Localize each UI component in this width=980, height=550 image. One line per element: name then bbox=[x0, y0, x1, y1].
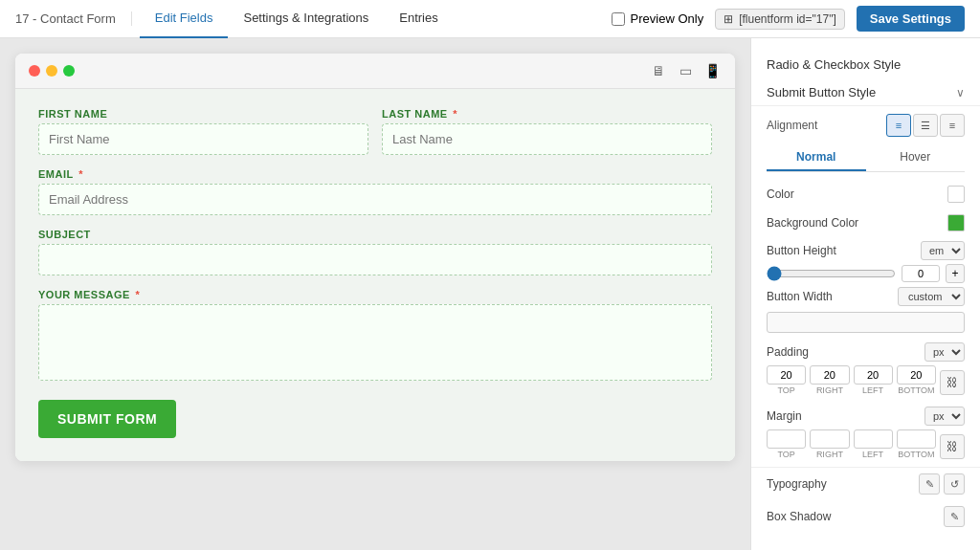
form-preview-panel: 🖥 ▭ 📱 FIRST NAME bbox=[0, 38, 750, 550]
margin-right-label: RIGHT bbox=[810, 450, 849, 459]
submit-form-button[interactable]: SUBMIT FORM bbox=[38, 400, 176, 438]
form-row-name: FIRST NAME LAST NAME * bbox=[38, 108, 712, 155]
first-name-input[interactable] bbox=[38, 123, 368, 155]
first-name-label: FIRST NAME bbox=[38, 108, 368, 120]
typography-reset-icon[interactable]: ↺ bbox=[944, 473, 965, 495]
margin-bottom-label: BOTTOM bbox=[897, 450, 936, 459]
normal-hover-tabs: Normal Hover bbox=[767, 144, 965, 172]
padding-top-label: TOP bbox=[767, 385, 806, 395]
button-height-slider[interactable] bbox=[767, 266, 896, 281]
padding-left-field: LEFT bbox=[854, 365, 893, 395]
tablet-icon[interactable]: ▭ bbox=[676, 63, 695, 78]
alignment-buttons: ≡ ☰ ≡ bbox=[886, 114, 965, 137]
margin-left-input[interactable] bbox=[854, 429, 893, 449]
padding-link-button[interactable]: ⛓ bbox=[940, 370, 965, 395]
email-required: * bbox=[76, 168, 83, 180]
color-row: Color bbox=[751, 180, 980, 209]
padding-left-input[interactable] bbox=[854, 365, 893, 385]
nav-item-entries[interactable]: Entries bbox=[384, 0, 453, 38]
window-chrome: 🖥 ▭ 📱 FIRST NAME bbox=[15, 54, 735, 461]
form-content: FIRST NAME LAST NAME * bbox=[15, 89, 735, 461]
padding-bottom-input[interactable] bbox=[897, 365, 936, 385]
button-width-label: Button Width bbox=[767, 290, 898, 303]
preview-only-checkbox[interactable] bbox=[612, 12, 625, 26]
tab-normal[interactable]: Normal bbox=[767, 144, 866, 171]
margin-label-row: Margin px bbox=[767, 407, 965, 426]
padding-unit-select[interactable]: px bbox=[924, 342, 965, 362]
last-name-label: LAST NAME * bbox=[382, 108, 712, 120]
button-height-number-input[interactable] bbox=[902, 265, 940, 282]
margin-top-field: TOP bbox=[767, 429, 806, 459]
align-right-button[interactable]: ≡ bbox=[940, 114, 965, 137]
typography-icons: ✎ ↺ bbox=[919, 473, 965, 495]
settings-panel: Radio & Checkbox Style Submit Button Sty… bbox=[750, 38, 980, 550]
padding-top-input[interactable] bbox=[767, 365, 806, 385]
padding-right-input[interactable] bbox=[810, 365, 849, 385]
typography-row: Typography ✎ ↺ bbox=[751, 467, 980, 500]
color-picker[interactable] bbox=[947, 186, 965, 203]
last-name-required: * bbox=[450, 108, 457, 120]
align-left-button[interactable]: ≡ bbox=[886, 114, 911, 137]
email-input[interactable] bbox=[38, 184, 712, 215]
height-controls: + bbox=[767, 264, 965, 283]
subject-input[interactable] bbox=[38, 244, 712, 275]
desktop-icon[interactable]: 🖥 bbox=[649, 63, 668, 78]
preview-only-toggle[interactable]: Preview Only bbox=[612, 11, 704, 26]
margin-bottom-field: BOTTOM bbox=[897, 429, 936, 459]
box-shadow-edit-icon[interactable]: ✎ bbox=[944, 506, 965, 527]
padding-left-label: LEFT bbox=[854, 385, 893, 395]
bg-color-picker[interactable] bbox=[947, 214, 965, 231]
padding-bottom-label: BOTTOM bbox=[897, 385, 936, 395]
alignment-label: Alignment bbox=[767, 119, 817, 132]
padding-top-field: TOP bbox=[767, 365, 806, 395]
box-shadow-label: Box Shadow bbox=[767, 510, 944, 523]
button-width-select[interactable]: custom bbox=[898, 287, 965, 306]
margin-right-field: RIGHT bbox=[810, 429, 849, 459]
padding-bottom-field: BOTTOM bbox=[897, 365, 936, 395]
nav-right: Preview Only ⊞ [fluentform id="17"] Save… bbox=[612, 6, 965, 32]
align-center-button[interactable]: ☰ bbox=[913, 114, 938, 137]
fluent-tag-icon: ⊞ bbox=[724, 12, 733, 26]
submit-button-style-section[interactable]: Submit Button Style ∨ bbox=[751, 79, 980, 106]
nav-item-settings[interactable]: Settings & Integrations bbox=[228, 0, 384, 38]
margin-row: Margin px TOP RIGHT LEFT bbox=[751, 403, 980, 459]
nav-item-edit-fields[interactable]: Edit Fields bbox=[140, 0, 229, 38]
form-row-email: EMAIL * bbox=[38, 168, 712, 215]
field-first-name: FIRST NAME bbox=[38, 108, 368, 155]
width-input-bar[interactable] bbox=[767, 312, 965, 333]
typography-edit-icon[interactable]: ✎ bbox=[919, 473, 940, 495]
form-container: FIRST NAME LAST NAME * bbox=[38, 108, 712, 438]
margin-right-input[interactable] bbox=[810, 429, 849, 449]
color-label: Color bbox=[767, 187, 947, 201]
form-row-message: YOUR MESSAGE * bbox=[38, 289, 712, 381]
padding-label-row: Padding px bbox=[767, 342, 965, 362]
window-titlebar: 🖥 ▭ 📱 bbox=[15, 54, 735, 89]
margin-bottom-input[interactable] bbox=[897, 429, 936, 449]
margin-unit-select[interactable]: px bbox=[924, 407, 965, 426]
button-height-row: Button Height em + bbox=[751, 237, 980, 283]
last-name-input[interactable] bbox=[382, 123, 712, 155]
margin-link-button[interactable]: ⛓ bbox=[940, 434, 965, 459]
device-icons: 🖥 ▭ 📱 bbox=[649, 63, 722, 78]
message-textarea[interactable] bbox=[38, 304, 712, 381]
margin-top-input[interactable] bbox=[767, 429, 806, 449]
radio-checkbox-label: Radio & Checkbox Style bbox=[767, 57, 901, 72]
field-subject: SUBJECT bbox=[38, 229, 712, 275]
button-width-row: Button Width custom bbox=[751, 283, 980, 310]
typography-label: Typography bbox=[767, 477, 919, 491]
button-height-increment[interactable]: + bbox=[946, 264, 965, 283]
margin-left-label: LEFT bbox=[854, 450, 893, 459]
fluent-tag[interactable]: ⊞ [fluentform id="17"] bbox=[715, 9, 845, 30]
padding-right-field: RIGHT bbox=[810, 365, 849, 395]
window-dot-green bbox=[63, 65, 75, 77]
margin-left-field: LEFT bbox=[854, 429, 893, 459]
chevron-down-icon: ∨ bbox=[956, 86, 965, 99]
fluent-tag-text: [fluentform id="17"] bbox=[739, 12, 836, 26]
save-settings-button[interactable]: Save Settings bbox=[857, 6, 965, 32]
button-height-unit-select[interactable]: em bbox=[921, 241, 965, 260]
box-shadow-row: Box Shadow ✎ bbox=[751, 500, 980, 533]
alignment-row: Alignment ≡ ☰ ≡ bbox=[751, 106, 980, 144]
mobile-icon[interactable]: 📱 bbox=[702, 63, 722, 78]
subject-label: SUBJECT bbox=[38, 229, 712, 240]
tab-hover[interactable]: Hover bbox=[866, 144, 966, 171]
